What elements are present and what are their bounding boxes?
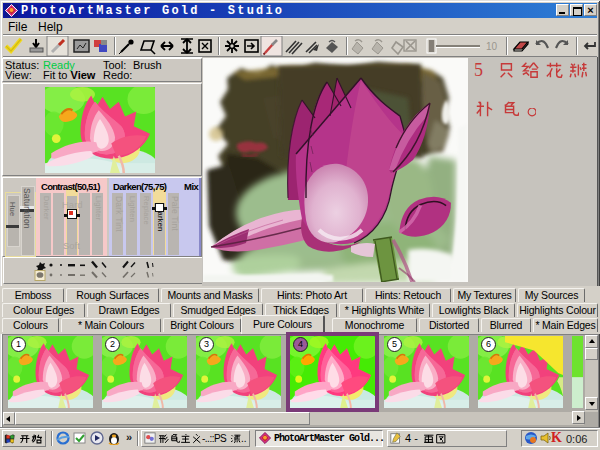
svg-text:10: 10 [486,41,498,52]
